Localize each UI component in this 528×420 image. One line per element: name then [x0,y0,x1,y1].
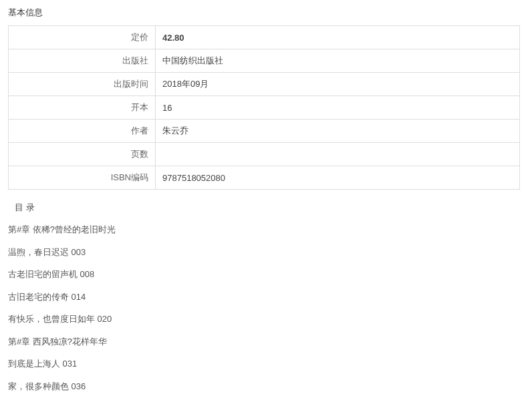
toc-lines: 第#章 依稀?曾经的老旧时光温煦，春日迟迟 003古老旧宅的留声机 008古旧老… [8,223,520,393]
info-value: 42.80 [156,26,520,49]
toc-line: 古旧老宅的传奇 014 [8,290,520,304]
table-row: 作者朱云乔 [9,120,520,143]
table-row: 定价42.80 [9,26,520,49]
info-label: 开本 [9,96,156,120]
info-table-body: 定价42.80出版社中国纺织出版社出版时间2018年09月开本16作者朱云乔页数… [9,26,520,190]
section-title-basic-info: 基本信息 [8,7,520,19]
info-label: ISBN编码 [9,166,156,190]
toc-line: 温煦，春日迟迟 003 [8,246,520,259]
toc-line: 第#章 依稀?曾经的老旧时光 [8,223,520,236]
table-row: 出版社中国纺织出版社 [9,49,520,73]
info-value: 中国纺织出版社 [156,49,520,73]
table-row: 开本16 [9,96,520,120]
toc-line: 古老旧宅的留声机 008 [8,268,520,281]
info-value: 朱云乔 [156,120,520,143]
toc-line: 到底是上海人 031 [8,357,520,371]
info-table: 定价42.80出版社中国纺织出版社出版时间2018年09月开本16作者朱云乔页数… [8,25,520,190]
toc-line: 第#章 西风独凉?花样年华 [8,335,520,349]
info-label: 页数 [9,143,156,166]
toc-line: 家，很多种颜色 036 [8,380,520,393]
info-value [156,143,520,166]
info-label: 出版社 [9,49,156,73]
info-label: 出版时间 [9,73,156,96]
info-label: 定价 [9,26,156,49]
table-row: 页数 [9,143,520,166]
toc-title: 目 录 [8,202,520,214]
info-value: 9787518052080 [156,166,520,190]
table-row: ISBN编码9787518052080 [9,166,520,190]
toc-line: 有快乐，也曾度日如年 020 [8,312,520,326]
table-row: 出版时间2018年09月 [9,73,520,96]
info-value: 16 [156,96,520,120]
info-label: 作者 [9,120,156,143]
info-value: 2018年09月 [156,73,520,96]
